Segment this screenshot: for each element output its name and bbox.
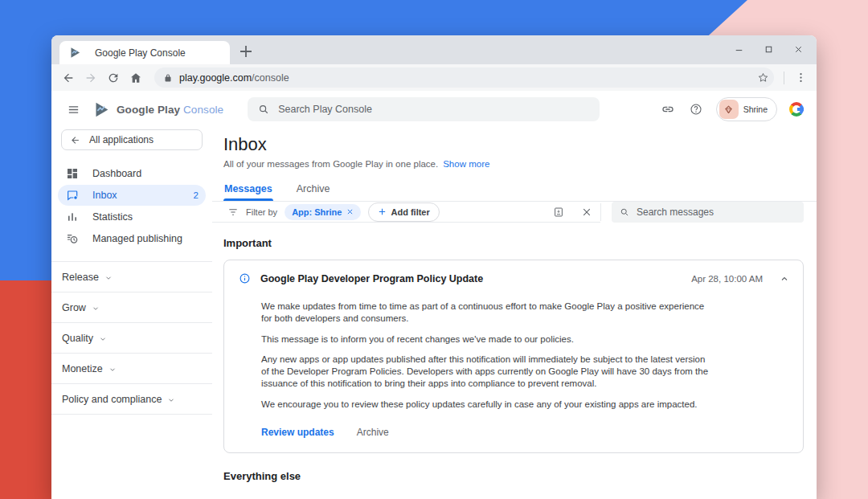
sidebar-section-quality[interactable]: Quality [51,323,212,353]
home-button[interactable] [127,69,145,87]
link-icon [661,103,674,116]
sidebar-item-statistics[interactable]: Statistics [58,207,206,227]
sidebar-item-label: Statistics [92,211,133,223]
app-body: All applications Dashboard Inbox 2 S [51,128,817,499]
message-body: We make updates from time to time as par… [224,284,803,411]
back-button[interactable] [59,69,77,87]
help-icon [690,103,702,116]
url-path: /console [252,72,289,84]
clear-filters-button[interactable] [579,205,594,219]
console-search-bar[interactable] [248,97,600,121]
search-icon [258,104,269,115]
google-logo[interactable] [789,102,804,117]
sidebar-section-label: Grow [62,302,86,313]
help-button[interactable] [688,101,704,117]
save-filter-button[interactable] [551,205,566,219]
hamburger-icon [67,103,80,117]
collapse-chevron-icon[interactable] [780,274,789,284]
message-card-header[interactable]: Google Play Developer Program Policy Upd… [224,260,803,284]
link-button[interactable] [660,101,676,117]
show-more-link[interactable]: Show more [443,159,489,169]
browser-menu-button[interactable] [792,70,809,86]
inbox-tabs: Messages Archive [212,177,817,202]
message-timestamp: Apr 28, 10:00 AM [691,274,763,284]
app-header-right: Shrine [660,97,804,121]
sidebar-section-grow[interactable]: Grow [51,292,212,322]
close-icon [581,207,592,218]
reload-icon [107,72,120,84]
add-filter-button[interactable]: Add filter [368,202,439,222]
plus-icon [378,207,387,216]
message-search-area [601,202,804,223]
app-selector-chip[interactable]: Shrine [716,97,777,121]
url-bar[interactable]: play.google.com /console [154,67,774,88]
tab-archive[interactable]: Archive [296,177,331,201]
filter-controls: Filter by App: Shrine Add filter [212,202,600,223]
important-heading: Important [223,237,804,249]
home-icon [129,72,142,84]
sidebar-item-label: Dashboard [92,168,141,179]
sidebar-section-label: Release [62,272,99,283]
sidebar-item-inbox[interactable]: Inbox 2 [58,185,206,206]
sidebar-section-monetize[interactable]: Monetize [51,354,212,383]
window-close-button[interactable] [793,44,804,55]
inbox-icon [65,189,79,202]
reload-button[interactable] [104,69,122,87]
arrow-left-icon [62,72,75,84]
arrow-right-icon [84,72,97,84]
message-search-bar[interactable] [612,202,804,223]
toolbar-divider [784,72,784,84]
archive-button[interactable]: Archive [357,427,389,438]
logo-secondary: Console [183,104,223,116]
browser-tab[interactable]: Google Play Console [59,41,230,64]
sidebar-item-label: Managed publishing [92,233,182,244]
console-search-input[interactable] [278,104,589,115]
chevron-down-icon [108,366,117,374]
dots-vertical-icon [795,72,807,84]
filter-chip-app-shrine[interactable]: App: Shrine [285,204,361,220]
forward-button[interactable] [82,69,100,87]
chevron-down-icon [92,305,100,313]
new-tab-button[interactable] [236,42,256,61]
managed-publishing-icon [65,232,79,246]
window-minimize-button[interactable] [734,44,744,55]
bookmark-star-icon[interactable] [757,72,769,84]
lock-icon[interactable] [163,73,173,83]
message-search-input[interactable] [637,207,796,218]
statistics-icon [65,211,79,224]
sidebar-item-managed-publishing[interactable]: Managed publishing [58,228,206,249]
play-console-favicon [69,47,81,59]
filter-bar: Filter by App: Shrine Add filter [223,202,804,223]
sidebar-section-release[interactable]: Release [51,262,212,292]
tab-title: Google Play Console [95,47,186,59]
message-paragraph: This message is to inform you of recent … [261,333,713,346]
inbox-unread-badge: 2 [194,190,199,200]
app-selector-label: Shrine [743,104,768,114]
save-filter-icon [553,207,564,218]
menu-button[interactable] [64,100,82,118]
shrine-app-icon [719,100,739,119]
window-maximize-button[interactable] [764,44,774,55]
diamond-icon [723,104,734,115]
main-content: Inbox All of your messages from Google P… [212,128,817,499]
all-applications-label: All applications [89,134,154,145]
sidebar-item-dashboard[interactable]: Dashboard [58,163,206,184]
page-title: Inbox [223,134,804,155]
message-card: Google Play Developer Program Policy Upd… [223,260,804,453]
chevron-down-icon [167,396,175,404]
tab-messages[interactable]: Messages [223,177,273,201]
sidebar-item-label: Inbox [92,190,117,201]
logo-primary: Google Play [117,104,180,116]
all-applications-button[interactable]: All applications [61,129,203,150]
browser-tab-strip: Google Play Console [51,35,817,64]
sidebar-section-label: Monetize [62,363,103,374]
browser-window: Google Play Console play.google.com [51,35,817,499]
app-header: Google Play Console Shrine [51,91,817,128]
review-updates-button[interactable]: Review updates [261,427,334,438]
play-console-logo-icon [93,101,110,118]
sidebar-section-policy-and-compliance[interactable]: Policy and compliance [51,384,212,414]
chip-close-icon[interactable] [346,208,354,215]
search-icon [620,207,629,217]
filter-icon [227,207,239,218]
plus-icon [236,42,256,61]
